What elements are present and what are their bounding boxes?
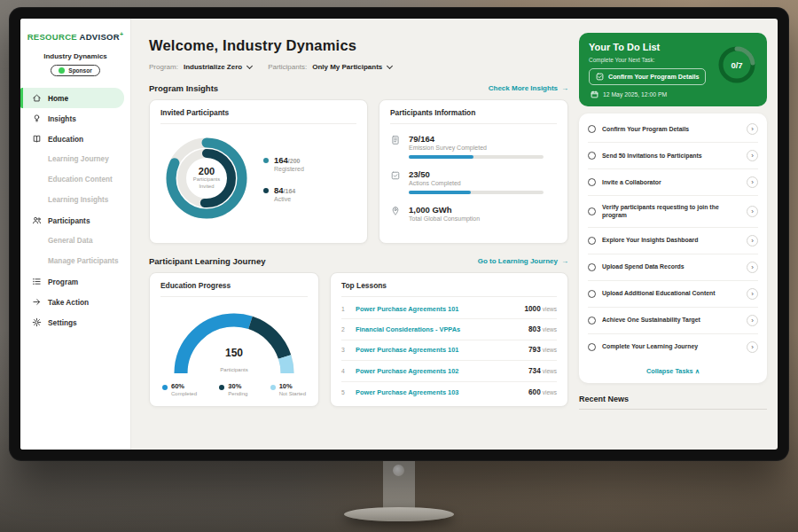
participants-filter-value: Only My Participants xyxy=(312,63,382,71)
main-content: Welcome, Industry Dynamics Program: Indu… xyxy=(131,19,579,450)
metric-global-consumption: 1,000 GWh Total Global Consumption xyxy=(390,205,557,222)
sidebar-item-participants[interactable]: Participants xyxy=(20,210,130,231)
task-chevron-icon[interactable]: › xyxy=(747,235,758,246)
sidebar: RESOURCE ADVISOR+ Industry Dynamics Spon… xyxy=(20,19,131,450)
next-task-box[interactable]: Confirm Your Program Details xyxy=(589,68,706,85)
sidebar-item-education-content[interactable]: Education Content xyxy=(20,169,130,190)
sidebar-item-take-action[interactable]: Take Action xyxy=(20,292,130,312)
task-checkbox[interactable] xyxy=(588,263,596,271)
app-logo[interactable]: RESOURCE ADVISOR+ xyxy=(20,31,130,42)
lesson-link[interactable]: Power Purchase Agreements 102 xyxy=(356,367,521,375)
next-task-due: 12 May 2025, 12:00 PM xyxy=(589,90,706,98)
task-chevron-icon[interactable]: › xyxy=(747,262,758,273)
task-checkbox[interactable] xyxy=(588,317,596,325)
education-gauge-chart: 150 Participants xyxy=(168,304,300,377)
go-to-learning-journey-link[interactable]: Go to Learning Journey → xyxy=(478,257,568,265)
lesson-link[interactable]: Power Purchase Agreements 101 xyxy=(356,346,521,354)
task-chevron-icon[interactable]: › xyxy=(747,206,758,217)
card-title: Education Progress xyxy=(160,281,308,297)
sidebar-item-label: Insights xyxy=(48,114,76,123)
lesson-row[interactable]: 3 Power Purchase Agreements 101 793views xyxy=(341,340,557,361)
task-row[interactable]: Upload Additional Educational Content › xyxy=(588,281,758,308)
card-title: Top Lessons xyxy=(341,281,557,297)
chevron-up-icon: ∧ xyxy=(695,367,700,375)
lesson-link[interactable]: Financial Considerations - VPPAs xyxy=(356,325,521,333)
task-row[interactable]: Upload Spend Data Records › xyxy=(588,254,758,281)
program-filter-label: Program: xyxy=(149,63,178,71)
sidebar-item-manage-participants[interactable]: Manage Participants xyxy=(20,251,130,271)
chevron-down-icon xyxy=(387,63,393,69)
sponsor-badge[interactable]: Sponsor xyxy=(51,65,99,76)
invited-donut-chart: 200 Participants Invited xyxy=(160,132,253,224)
monitor-bezel: RESOURCE ADVISOR+ Industry Dynamics Spon… xyxy=(9,7,789,461)
progress-bar xyxy=(409,155,544,159)
task-checkbox[interactable] xyxy=(588,290,596,298)
actions-icon xyxy=(390,170,401,181)
task-chevron-icon[interactable]: › xyxy=(747,176,758,188)
lesson-row[interactable]: 2 Financial Considerations - VPPAs 803vi… xyxy=(341,319,557,340)
sidebar-item-label: Participants xyxy=(48,216,90,225)
task-checkbox[interactable] xyxy=(588,343,596,351)
sidebar-item-program[interactable]: Program xyxy=(20,271,130,292)
gauge-legend: 60% Completed 30% Pending 10% Not Starte… xyxy=(160,382,308,398)
card-title: Participants Information xyxy=(390,108,557,124)
section-title-learning-journey: Participant Learning Journey xyxy=(149,256,265,266)
sidebar-item-learning-insights[interactable]: Learning Insights xyxy=(20,190,130,210)
home-icon xyxy=(32,93,42,103)
task-checkbox[interactable] xyxy=(588,207,596,215)
filters-bar: Program: Industrialize Zero Participants… xyxy=(149,63,568,71)
task-checkbox[interactable] xyxy=(588,237,596,245)
sidebar-item-home[interactable]: Home xyxy=(20,88,124,108)
legend-dot xyxy=(263,158,269,163)
task-chevron-icon[interactable]: › xyxy=(747,315,758,326)
task-checkbox[interactable] xyxy=(588,178,596,186)
collapse-tasks-link[interactable]: Collapse Tasks ∧ xyxy=(588,360,758,379)
legend-dot xyxy=(263,188,269,193)
legend-item-registered: 164/200 Registered xyxy=(263,155,304,172)
sidebar-item-label: Education xyxy=(48,135,83,144)
sidebar-item-education[interactable]: Education xyxy=(20,129,130,149)
task-checkbox[interactable] xyxy=(588,152,596,160)
sidebar-item-label: Home xyxy=(48,94,68,103)
sidebar-item-settings[interactable]: Settings xyxy=(20,312,130,332)
task-row[interactable]: Complete Your Learning Journey › xyxy=(588,334,758,360)
task-row[interactable]: Send 50 Invitations to Participants › xyxy=(588,143,758,169)
task-chevron-icon[interactable]: › xyxy=(747,341,758,353)
task-list-card: Confirm Your Program Details › Send 50 I… xyxy=(579,113,767,383)
gauge-center-value: 150 xyxy=(168,347,300,359)
logo-text-secondary: ADVISOR xyxy=(80,32,120,42)
lesson-row[interactable]: 4 Power Purchase Agreements 102 734views xyxy=(341,361,557,381)
sidebar-item-insights[interactable]: Insights xyxy=(20,108,130,129)
legend-dot xyxy=(219,385,224,390)
task-row[interactable]: Explore Your Insights Dashboard › xyxy=(588,228,758,254)
task-chevron-icon[interactable]: › xyxy=(747,123,758,135)
sidebar-item-learning-journey[interactable]: Learning Journey xyxy=(20,149,130,169)
participants-filter-label: Participants: xyxy=(268,63,307,71)
dashboard-screen: RESOURCE ADVISOR+ Industry Dynamics Spon… xyxy=(20,19,778,450)
task-checkbox[interactable] xyxy=(588,125,596,133)
legend-dot xyxy=(270,385,276,390)
list-icon xyxy=(32,277,42,286)
check-more-insights-link[interactable]: Check More Insights → xyxy=(489,84,568,92)
section-title-program-insights: Program Insights xyxy=(149,83,218,93)
lesson-row[interactable]: 5 Power Purchase Agreements 103 600views xyxy=(341,382,557,403)
page-title: Welcome, Industry Dynamics xyxy=(149,37,568,54)
participants-filter[interactable]: Only My Participants xyxy=(312,63,392,71)
task-row[interactable]: Achieve One Sustainability Target › xyxy=(588,308,758,334)
task-row[interactable]: Confirm Your Program Details › xyxy=(588,116,758,143)
sidebar-item-label: Take Action xyxy=(48,298,89,307)
task-row[interactable]: Verify participants requesting to join t… xyxy=(588,196,758,228)
legend-dot xyxy=(162,385,168,390)
participants-information-card: Participants Information 79/164 Emission… xyxy=(379,99,568,244)
donut-center-label: Participants Invited xyxy=(186,176,227,190)
lesson-link[interactable]: Power Purchase Agreements 101 xyxy=(356,305,518,313)
chevron-down-icon xyxy=(246,63,253,69)
sidebar-item-general-data[interactable]: General Data xyxy=(20,231,130,251)
program-filter[interactable]: Industrialize Zero xyxy=(184,63,252,71)
metric-actions-completed: 23/50 Actions Completed xyxy=(390,169,557,194)
lesson-link[interactable]: Power Purchase Agreements 103 xyxy=(356,388,521,396)
lesson-row[interactable]: 1 Power Purchase Agreements 101 1000view… xyxy=(341,299,557,319)
task-chevron-icon[interactable]: › xyxy=(747,150,758,161)
task-chevron-icon[interactable]: › xyxy=(747,288,758,300)
task-row[interactable]: Invite a Collaborator › xyxy=(588,169,758,196)
